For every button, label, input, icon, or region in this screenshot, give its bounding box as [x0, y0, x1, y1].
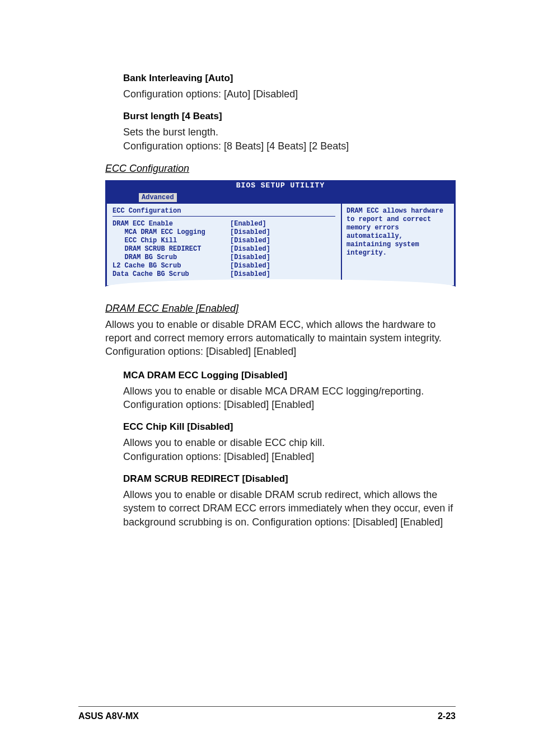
option-body-burst-length: Sets the burst length. Configuration opt… [123, 125, 456, 153]
bios-row: DRAM ECC Enable [Enabled] [113, 220, 335, 228]
chip-kill-body: Allows you to enable or disable ECC chip… [123, 436, 456, 463]
scrub-redirect-body: Allows you to enable or disable DRAM scr… [123, 488, 456, 529]
bios-row-value: [Disabled] [230, 262, 270, 270]
bios-left-panel: ECC Configuration DRAM ECC Enable [Enabl… [107, 204, 342, 285]
bios-divider [113, 216, 335, 217]
bios-row-value: [Disabled] [230, 228, 270, 237]
burst-length-line1: Sets the burst length. [123, 126, 218, 138]
bios-row-label: DRAM SCRUB REDIRECT [113, 245, 230, 253]
bios-row-value: [Disabled] [230, 253, 270, 262]
option-body-bank-interleaving: Configuration options: [Auto] [Disabled] [123, 87, 456, 101]
chip-kill-title: ECC Chip Kill [Disabled] [123, 421, 456, 433]
bios-help-panel: DRAM ECC allows hardware to report and c… [342, 204, 454, 285]
ecc-config-heading: ECC Configuration [105, 163, 456, 175]
bios-row-label: L2 Cache BG Scrub [113, 262, 230, 270]
bios-tab-advanced: Advanced [139, 193, 177, 202]
page-footer: ASUS A8V-MX 2-23 [78, 706, 456, 721]
option-title-bank-interleaving: Bank Interleaving [Auto] [123, 73, 456, 84]
bios-tab-row: Advanced [105, 191, 456, 204]
bios-row: DRAM SCRUB REDIRECT [Disabled] [113, 245, 335, 253]
bios-row-value: [Enabled] [230, 220, 266, 228]
mca-logging-line1: Allows you to enable or disable MCA DRAM… [123, 386, 424, 397]
bios-row-value: [Disabled] [230, 245, 270, 253]
bios-row-label: ECC Chip Kill [113, 237, 230, 245]
bios-row: DRAM BG Scrub [Disabled] [113, 253, 335, 262]
dram-ecc-enable-title: DRAM ECC Enable [Enabled] [105, 303, 456, 314]
bios-row: ECC Chip Kill [Disabled] [113, 237, 335, 245]
bios-row-label: DRAM ECC Enable [113, 220, 230, 228]
scrub-redirect-title: DRAM SCRUB REDIRECT [Disabled] [123, 473, 456, 485]
burst-length-line2: Configuration options: [8 Beats] [4 Beat… [123, 140, 349, 152]
bios-row: L2 Cache BG Scrub [Disabled] [113, 262, 335, 270]
mca-logging-title: MCA DRAM ECC Logging [Disabled] [123, 370, 456, 381]
bios-section-title: ECC Configuration [113, 207, 335, 215]
chip-kill-line1: Allows you to enable or disable ECC chip… [123, 437, 325, 448]
bios-row-label: DRAM BG Scrub [113, 253, 230, 262]
chip-kill-line2: Configuration options: [Disabled] [Enabl… [123, 451, 314, 462]
bios-row-value: [Disabled] [230, 237, 270, 245]
bios-screenshot: BIOS SETUP UTILITY Advanced ECC Configur… [105, 180, 456, 287]
bios-title-bar: BIOS SETUP UTILITY [105, 180, 456, 191]
footer-page-number: 2-23 [438, 711, 456, 721]
mca-logging-line2: Configuration options: [Disabled] [Enabl… [123, 399, 314, 410]
footer-product: ASUS A8V-MX [78, 711, 139, 721]
bios-row-value: [Disabled] [230, 270, 270, 279]
dram-ecc-enable-body: Allows you to enable or disable DRAM ECC… [105, 318, 456, 359]
bios-row-label: Data Cache BG Scrub [113, 270, 230, 279]
bios-row: Data Cache BG Scrub [Disabled] [113, 270, 335, 279]
bios-row: MCA DRAM ECC Logging [Disabled] [113, 228, 335, 237]
option-title-burst-length: Burst length [4 Beats] [123, 111, 456, 122]
bios-row-label: MCA DRAM ECC Logging [113, 228, 230, 237]
mca-logging-body: Allows you to enable or disable MCA DRAM… [123, 384, 456, 412]
